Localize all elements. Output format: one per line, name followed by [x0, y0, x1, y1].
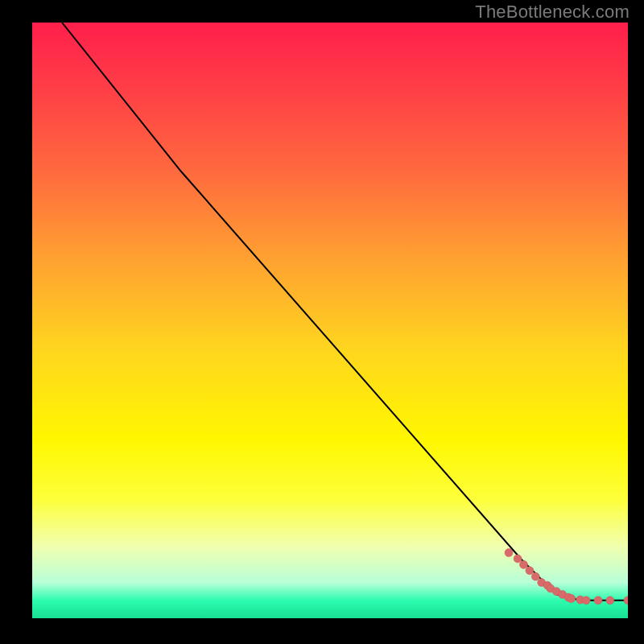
sample-point	[526, 567, 534, 575]
plot-area	[32, 23, 628, 618]
sample-point	[568, 595, 576, 603]
sample-point	[520, 560, 528, 568]
attribution-label: TheBottleneck.com	[475, 2, 630, 23]
sample-point	[606, 597, 614, 605]
bottleneck-curve	[62, 23, 628, 601]
sample-point	[582, 597, 590, 605]
sample-points-group	[505, 549, 628, 605]
sample-point	[514, 555, 522, 563]
sample-point	[505, 549, 513, 557]
chart-overlay-svg	[32, 23, 628, 618]
sample-point	[594, 597, 602, 605]
chart-frame: TheBottleneck.com	[0, 0, 644, 644]
sample-point	[624, 597, 628, 605]
sample-point	[531, 572, 539, 580]
